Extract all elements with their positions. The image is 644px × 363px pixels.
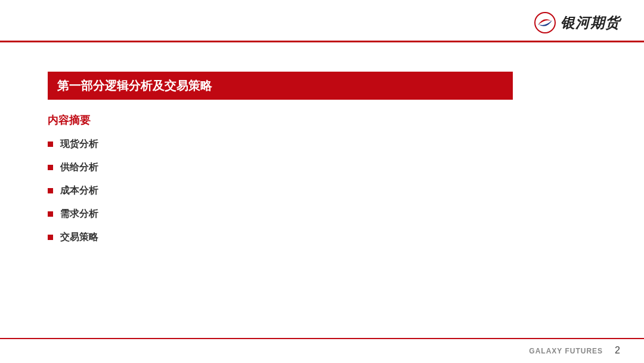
list-item-label: 需求分析 xyxy=(60,208,98,220)
list-item: 现货分析 xyxy=(48,138,596,150)
list-item: 成本分析 xyxy=(48,184,596,197)
footer: GALAXY FUTURES 2 xyxy=(529,345,620,356)
top-divider xyxy=(0,41,644,42)
summary-heading: 内容摘要 xyxy=(48,113,596,127)
bottom-divider xyxy=(0,338,644,339)
list-item: 供给分析 xyxy=(48,161,596,174)
brand-name: 银河期货 xyxy=(561,13,620,32)
footer-brand: GALAXY FUTURES xyxy=(529,347,603,355)
list-item: 交易策略 xyxy=(48,231,596,244)
list-item-label: 成本分析 xyxy=(60,184,98,197)
page-number: 2 xyxy=(615,345,620,356)
list-item-label: 交易策略 xyxy=(60,231,98,244)
header: 银河期货 xyxy=(534,12,620,33)
list-item-label: 现货分析 xyxy=(60,138,98,150)
list-item-label: 供给分析 xyxy=(60,161,98,174)
svg-point-0 xyxy=(535,13,555,33)
main-content: 第一部分逻辑分析及交易策略 内容摘要 现货分析 供给分析 成本分析 需求分析 交… xyxy=(48,72,596,254)
bullet-list: 现货分析 供给分析 成本分析 需求分析 交易策略 xyxy=(48,138,596,244)
galaxy-logo-icon xyxy=(534,12,556,33)
list-item: 需求分析 xyxy=(48,208,596,220)
section-title: 第一部分逻辑分析及交易策略 xyxy=(48,72,513,100)
